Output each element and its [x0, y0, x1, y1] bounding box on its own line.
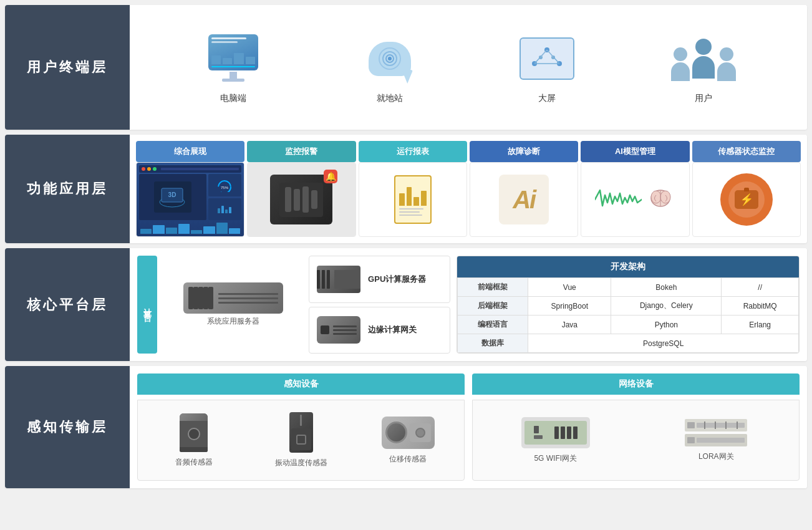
terminal-item-bigscreen: 大屏 — [516, 31, 578, 104]
gpu-server-item: GPU计算服务器 — [309, 256, 450, 303]
row-col3: RabbitMQ — [722, 297, 799, 316]
sensing-transport-content: 感知设备 音频传感器 — [130, 366, 807, 488]
row-col1: Vue — [528, 278, 611, 297]
machine-body: 🔔 — [270, 175, 332, 224]
func-icon-fault: Ai — [470, 162, 578, 237]
users-icon-wrap — [672, 31, 735, 87]
displacement-sensor: 位移传感器 — [357, 405, 459, 475]
ai-fault-icon: Ai — [499, 175, 549, 224]
function-app-label: 功能应用层 — [5, 135, 130, 243]
row-col1: SpringBoot — [528, 297, 611, 316]
dev-framework-header: 开发架构 — [457, 256, 799, 277]
wave-svg — [595, 184, 642, 215]
pc-label: 电脑端 — [220, 93, 246, 104]
terminal-item-touch: 就地站 — [359, 31, 421, 104]
core-platform-row: 核心平台层 计算平台 — [5, 248, 807, 361]
sensing-devices-items: 音频传感器 振动温度传感器 — [137, 400, 465, 481]
compute-platform-label: 计算平台 — [137, 256, 157, 354]
dev-framework: 开发架构 前端框架 Vue Bokeh // 后端框架 SpringBoot D… — [457, 256, 800, 354]
func-icon-dashboard: 3D 75% — [136, 162, 244, 237]
lora-icon — [685, 419, 747, 446]
table-row: 前端框架 Vue Bokeh // — [458, 278, 799, 297]
sensor-monitor-icon: ⚡ — [720, 173, 773, 226]
function-app-row: 功能应用层 综合展现 监控报警 运行报表 故障诊断 AI模型管理 — [5, 135, 807, 243]
report-doc-icon — [394, 175, 432, 224]
table-row: 数据库 PostgreSQL — [458, 334, 799, 353]
vibration-sensor: 振动温度传感器 — [250, 405, 352, 475]
gpu-server-label: GPU计算服务器 — [368, 274, 426, 285]
user-terminal-row: 用户终端层 — [5, 5, 807, 130]
alarm-icon: 🔔 — [324, 170, 337, 183]
gauge-svg: 75% — [216, 178, 233, 192]
row-category: 前端框架 — [458, 278, 528, 297]
sensing-devices-header: 感知设备 — [137, 373, 465, 395]
sensing-transport-row: 感知传输层 感知设备 — [5, 366, 807, 488]
core-platform-content: 计算平台 — [130, 248, 807, 361]
network-devices-items: 5G WIFI网关 — [472, 400, 800, 481]
row-category: 数据库 — [458, 334, 528, 353]
audio-sensor-label: 音频传感器 — [175, 457, 213, 468]
row-category: 后端框架 — [458, 297, 528, 316]
vibration-sensor-label: 振动温度传感器 — [275, 458, 327, 468]
table-row: 编程语言 Java Python Erlang — [458, 316, 799, 334]
touch-label: 就地站 — [377, 93, 403, 104]
row-col2: Bokeh — [611, 278, 722, 297]
row-col3: // — [722, 278, 799, 297]
gpu-edge-servers: GPU计算服务器 边缘计算网关 — [309, 256, 450, 354]
displacement-sensor-label: 位移传感器 — [389, 454, 427, 465]
tab-sensor-monitor[interactable]: 传感器状态监控 — [692, 141, 801, 162]
users-label: 用户 — [695, 93, 712, 104]
row-col-db: PostgreSQL — [528, 334, 799, 353]
brain-svg — [647, 186, 675, 214]
svg-line-8 — [541, 50, 547, 57]
func-icon-alarm: 🔔 — [247, 162, 355, 237]
row-col3: Erlang — [722, 316, 799, 334]
svg-line-9 — [547, 50, 553, 57]
sensing-devices-section: 感知设备 音频传感器 — [137, 373, 465, 481]
svg-text:75%: 75% — [221, 186, 229, 190]
dashboard-3d-svg: 3D — [155, 183, 190, 211]
sensing-transport-label: 感知传输层 — [5, 366, 130, 488]
system-server-label: 系统应用服务器 — [207, 316, 259, 327]
sensing-sections: 感知设备 音频传感器 — [137, 373, 800, 481]
core-platform-label: 核心平台层 — [5, 248, 130, 361]
tab-ai[interactable]: AI模型管理 — [581, 141, 689, 162]
row-col2: Python — [611, 316, 722, 334]
lora-gateway-label: LORA网关 — [698, 451, 734, 462]
5g-wifi-label: 5G WIFI网关 — [534, 453, 577, 464]
terminal-item-pc: 电脑端 — [202, 31, 264, 104]
edge-gateway-label: 边缘计算网关 — [368, 324, 417, 335]
network-devices-header: 网络设备 — [472, 373, 800, 395]
row-col1: Java — [528, 316, 611, 334]
row-category: 编程语言 — [458, 316, 528, 334]
func-icon-sensor-monitor: ⚡ — [692, 162, 801, 237]
5g-wifi-icon — [521, 417, 590, 448]
func-icon-ai-model — [581, 162, 689, 237]
pc-icon-wrap — [202, 31, 264, 87]
displacement-sensor-icon — [382, 417, 435, 449]
lora-gateway: LORA网关 — [639, 405, 795, 475]
vibration-sensor-icon — [289, 412, 313, 453]
main-container: 用户终端层 — [0, 0, 812, 493]
func-icons-row: 3D 75% — [136, 162, 801, 237]
audio-sensor-icon — [180, 413, 208, 452]
system-server: 系统应用服务器 — [183, 282, 283, 327]
terminal-item-users: 用户 — [672, 31, 735, 104]
tab-alarm[interactable]: 监控报警 — [247, 141, 355, 162]
dev-framework-table: 前端框架 Vue Bokeh // 后端框架 SpringBoot Django… — [457, 277, 799, 353]
tab-report[interactable]: 运行报表 — [359, 141, 467, 162]
pc-screen — [208, 34, 258, 70]
5g-wifi-gateway: 5G WIFI网关 — [478, 405, 634, 475]
edge-gateway-item: 边缘计算网关 — [309, 307, 450, 354]
func-icon-report — [359, 162, 467, 237]
row-col2: Django、Celery — [611, 297, 722, 316]
func-tabs: 综合展现 监控报警 运行报表 故障诊断 AI模型管理 传感器状态监控 — [136, 141, 801, 162]
svg-text:3D: 3D — [168, 191, 176, 198]
dashboard-thumb: 3D 75% — [137, 163, 244, 236]
function-app-content: 综合展现 监控报警 运行报表 故障诊断 AI模型管理 传感器状态监控 — [130, 135, 807, 243]
bigscreen-icon-wrap — [516, 31, 578, 87]
tab-fault[interactable]: 故障诊断 — [470, 141, 578, 162]
tab-dashboard[interactable]: 综合展现 — [136, 141, 244, 162]
compute-platform-wrap: 计算平台 — [137, 256, 450, 354]
network-devices-section: 网络设备 — [472, 373, 800, 481]
